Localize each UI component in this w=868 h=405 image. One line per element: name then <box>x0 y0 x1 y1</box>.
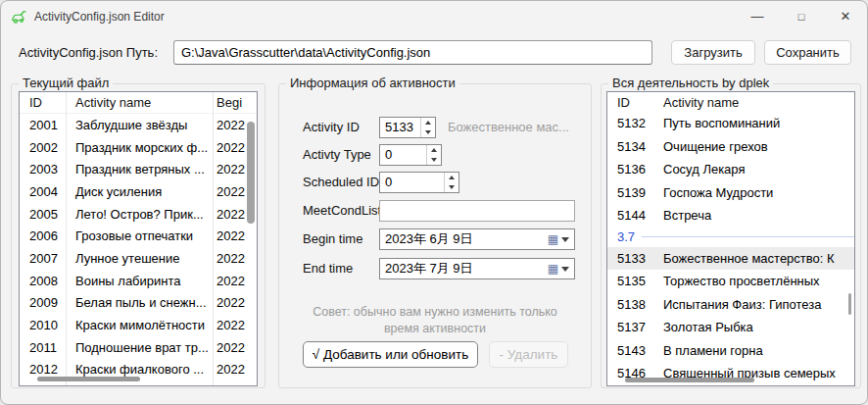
spin-down-button[interactable] <box>421 127 435 137</box>
table-row[interactable]: 5134Очищение грехов <box>607 135 854 159</box>
cell-id: 5143 <box>607 343 653 358</box>
date-value: 2023年 6月 9日 <box>380 230 548 248</box>
add-update-button[interactable]: √ Добавить или обновить <box>303 341 478 368</box>
app-window: ActivityConfig.json Editor — □ ✕ Activit… <box>0 0 868 405</box>
begin-time-label: Begin time <box>303 228 362 250</box>
cell-begin: 2022 <box>210 251 257 266</box>
cell-begin: 2022 <box>210 295 257 310</box>
activity-name-hint: Божественное мас... <box>448 117 587 138</box>
table-row[interactable]: 2008Воины лабиринта2022 <box>20 270 257 292</box>
meetcondlist-label: MeetCondList <box>303 200 381 222</box>
column-header-id[interactable]: ID <box>20 95 66 110</box>
current-file-table[interactable]: ID Activity name Begi 2001Заблудшие звёз… <box>19 91 258 386</box>
table-row[interactable]: 2013О...2022 <box>20 380 257 386</box>
horizontal-scrollbar[interactable] <box>37 377 140 381</box>
cell-name: В пламени горна <box>653 343 854 358</box>
activity-info-group: Информация об активности Activity ID 513… <box>278 83 592 388</box>
spin-up-button[interactable] <box>427 145 441 155</box>
table-row[interactable]: 5132Путь воспоминаний <box>607 112 854 135</box>
begin-time-picker[interactable]: 2023年 6月 9日 ▦ <box>379 228 575 250</box>
column-header-name[interactable]: Activity name <box>653 95 854 110</box>
cell-name: Золотая Рыбка <box>653 320 854 334</box>
title-bar: ActivityConfig.json Editor — □ ✕ <box>1 1 867 32</box>
delete-button: - Удалить <box>489 341 568 368</box>
activity-id-label: Activity ID <box>303 117 360 138</box>
activity-type-spinner[interactable]: 0 <box>379 144 442 166</box>
cell-name: Краски мимолётности <box>66 318 210 332</box>
table-row[interactable]: 2006Грозовые отпечатки2022 <box>20 225 257 247</box>
tip-text: Совет: обычно вам нужно изменить только … <box>309 304 561 337</box>
cell-id: 2011 <box>20 340 66 355</box>
table-row[interactable]: 2005Лето! Остров? Прик...2022 <box>20 203 257 226</box>
cell-id: 2010 <box>20 318 66 332</box>
maximize-button[interactable]: □ <box>780 1 823 32</box>
all-activities-rows: 5132Путь воспоминаний5134Очищение грехов… <box>607 112 854 385</box>
cell-begin: 2022 <box>210 274 257 288</box>
table-row[interactable]: 2009Белая пыль и снежн...2022 <box>20 292 257 315</box>
cell-name: Праздник ветряных ... <box>66 162 210 177</box>
cell-id: 5135 <box>607 274 653 288</box>
end-time-picker[interactable]: 2023年 7月 9日 ▦ <box>379 258 575 279</box>
column-header-id[interactable]: ID <box>607 95 653 110</box>
table-row-selected[interactable]: 5133Божественное мастерство: К <box>607 247 854 271</box>
table-row[interactable]: 2007Лунное утешение2022 <box>20 247 257 270</box>
date-value: 2023年 7月 9日 <box>380 260 548 278</box>
close-button[interactable]: ✕ <box>824 1 867 32</box>
table-header: ID Activity name Begi <box>20 92 257 114</box>
column-header-name[interactable]: Activity name <box>66 95 210 110</box>
dropdown-arrow-icon[interactable] <box>561 237 569 242</box>
table-row[interactable]: 5137Золотая Рыбка <box>607 316 854 339</box>
vertical-scrollbar[interactable] <box>247 122 255 224</box>
spin-down-button[interactable] <box>445 182 458 192</box>
cell-id: 5133 <box>607 251 653 266</box>
spinner-value: 5133 <box>380 118 420 137</box>
window-title: ActivityConfig.json Editor <box>34 1 165 32</box>
table-row[interactable]: 5144Встреча <box>607 204 854 228</box>
spin-down-button[interactable] <box>427 155 441 165</box>
table-row[interactable]: 5135Торжество просветлённых <box>607 270 854 293</box>
cell-name: Краски фиалкового ... <box>66 362 210 377</box>
scheduled-id-spinner[interactable]: 0 <box>379 172 459 193</box>
cell-id: 2001 <box>20 118 66 132</box>
table-row[interactable]: 5139Госпожа Мудрости <box>607 181 854 205</box>
cell-id: 2008 <box>20 274 66 288</box>
spin-buttons <box>426 145 441 165</box>
load-button[interactable]: Загрузить <box>671 40 755 65</box>
group-title: Текущий файл <box>19 76 113 90</box>
activity-id-spinner[interactable]: 5133 <box>379 117 436 138</box>
cell-id: 5139 <box>607 185 653 200</box>
cell-id: 5137 <box>607 320 653 334</box>
cell-name: Грозовые отпечатки <box>66 228 210 243</box>
spin-up-button[interactable] <box>445 173 458 182</box>
table-row[interactable]: 2011Подношение врат тр...2022 <box>20 336 257 359</box>
table-row[interactable]: 5143В пламени горна <box>607 339 854 363</box>
cell-id: 2013 <box>20 384 66 386</box>
table-row[interactable]: 2002Праздник морских ф...2022 <box>20 136 257 159</box>
horizontal-scrollbar[interactable] <box>625 378 754 382</box>
all-activities-group: Вся деятельность by dplek ID Activity na… <box>601 83 861 388</box>
cell-name: Путь воспоминаний <box>653 116 854 130</box>
table-row[interactable]: 2010Краски мимолётности2022 <box>20 314 257 336</box>
minimize-button[interactable]: — <box>736 1 779 32</box>
all-activities-table[interactable]: ID Activity name 5132Путь воспоминаний51… <box>606 91 855 386</box>
cell-id: 5136 <box>607 162 653 177</box>
table-row[interactable]: 5136Сосуд Лекаря <box>607 158 854 181</box>
down-arrow-icon <box>431 158 437 162</box>
up-arrow-icon <box>425 121 431 125</box>
spin-up-button[interactable] <box>421 118 435 127</box>
table-row[interactable]: 5138Испытания Фаиз: Гипотеза <box>607 293 854 317</box>
cell-begin: 2022 <box>210 318 257 332</box>
dropdown-arrow-icon[interactable] <box>561 267 569 272</box>
vertical-scrollbar[interactable] <box>848 293 851 315</box>
path-input[interactable] <box>173 40 652 65</box>
cell-id: 2004 <box>20 184 66 199</box>
cell-begin: 2022 <box>210 340 257 355</box>
save-button[interactable]: Сохранить <box>764 40 851 65</box>
meetcondlist-input[interactable] <box>379 200 575 222</box>
cell-begin: 2022 <box>210 362 257 377</box>
cell-name: Лето! Остров? Прик... <box>66 207 210 222</box>
table-row[interactable]: 2003Праздник ветряных ...2022 <box>20 158 257 180</box>
table-row[interactable]: 2004Диск усиления2022 <box>20 180 257 203</box>
column-header-begin[interactable]: Begi <box>210 95 257 110</box>
table-row[interactable]: 2001Заблудшие звёзды2022 <box>20 114 257 136</box>
